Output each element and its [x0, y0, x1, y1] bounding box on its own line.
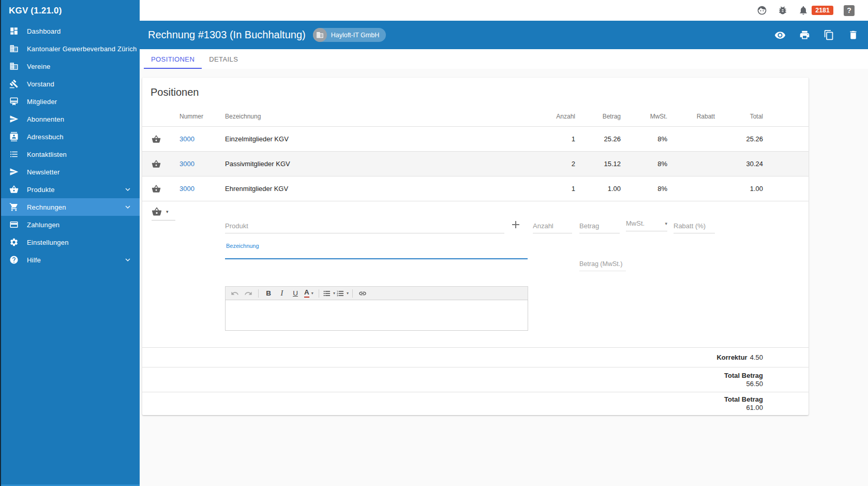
anzahl-input[interactable] — [533, 221, 572, 233]
chevron-down-icon — [123, 202, 132, 212]
undo-icon[interactable] — [229, 288, 241, 299]
print-icon[interactable] — [799, 30, 810, 40]
sidebar-item-zahlungen[interactable]: Zahlungen — [0, 216, 140, 233]
mwst-select[interactable]: MwSt. ▾ — [626, 219, 667, 231]
main-area: 2181 ? Rechnung #1303 (In Buchhaltung) H… — [140, 0, 868, 486]
chevron-down-icon: ▾ — [311, 291, 313, 296]
preview-eye-icon[interactable] — [774, 30, 786, 41]
position-total: 30.24 — [715, 160, 763, 168]
betrag-mwst-input[interactable] — [579, 259, 626, 271]
sidebar-item-label: Kantonaler Gewerbeverband Zürich — [27, 45, 137, 53]
copy-icon[interactable] — [824, 30, 834, 40]
column-header-betrag: Betrag — [575, 113, 621, 126]
contacts-icon — [9, 132, 19, 141]
sidebar: KGV (1.21.0) DashboardKantonaler Gewerbe… — [0, 0, 140, 486]
product-type-select[interactable]: ▾ — [152, 207, 175, 220]
position-bezeichnung: Einzelmitglieder KGV — [223, 135, 521, 143]
sidebar-item-label: Vorstand — [27, 80, 54, 88]
total-value: 4.50 — [750, 354, 763, 362]
position-number-link[interactable]: 3000 — [179, 135, 194, 143]
sidebar-item-kontaktlisten[interactable]: Kontaktlisten — [0, 145, 140, 163]
link-button[interactable] — [356, 288, 369, 299]
position-row: 3000Ehrenmitglieder KGV11.008%1.00 — [142, 176, 809, 201]
basket-icon — [142, 159, 177, 169]
face-icon[interactable] — [757, 5, 767, 16]
card-membership-icon — [9, 97, 19, 106]
bug-report-icon[interactable] — [777, 5, 788, 16]
sidebar-item-label: Dashboard — [27, 27, 61, 35]
italic-button[interactable]: I — [276, 288, 288, 299]
position-number-link[interactable]: 3000 — [177, 185, 223, 193]
new-position-form: ▾ MwSt. ▾ Bezeichnung BIUA▾▾▾ — [142, 201, 809, 348]
sidebar-item-einstellungen[interactable]: Einstellungen — [0, 233, 140, 251]
sidebar-item-label: Abonnenten — [27, 115, 64, 123]
underline-button[interactable]: U — [289, 288, 302, 299]
position-anzahl: 1 — [521, 135, 575, 143]
add-position-button[interactable] — [510, 218, 522, 231]
basket-icon — [142, 135, 177, 144]
invoice-header: Rechnung #1303 (In Buchhaltung) Hayloft-… — [140, 21, 868, 49]
tab-details[interactable]: DETAILS — [202, 49, 245, 69]
editor-textarea[interactable] — [225, 300, 528, 331]
position-number-link[interactable]: 3000 — [179, 160, 194, 168]
position-total: 25.26 — [715, 135, 763, 143]
table-header: NummerBezeichnungAnzahlBetragMwSt.Rabatt… — [142, 99, 809, 127]
font-color-button[interactable]: A▾ — [303, 288, 315, 299]
sidebar-item-hilfe[interactable]: Hilfe — [0, 251, 140, 269]
sidebar-item-vorstand[interactable]: Vorstand — [0, 75, 140, 93]
sidebar-item-mitglieder[interactable]: Mitglieder — [0, 93, 140, 110]
tab-positionen[interactable]: POSITIONEN — [144, 49, 202, 69]
sidebar-item-newsletter[interactable]: Newsletter — [0, 163, 140, 181]
rabatt-input[interactable] — [674, 221, 715, 233]
sidebar-item-kantonaler-gewerbeverband-z-rich[interactable]: Kantonaler Gewerbeverband Zürich — [0, 40, 140, 57]
send-icon — [9, 114, 19, 124]
sidebar-item-dashboard[interactable]: Dashboard — [0, 22, 140, 40]
sidebar-item-label: Vereine — [27, 63, 51, 70]
position-betrag: 25.26 — [575, 135, 621, 143]
sidebar-item-label: Newsletter — [27, 168, 59, 176]
redo-icon[interactable] — [242, 288, 255, 299]
sidebar-item-label: Rechnungen — [27, 203, 66, 211]
position-bezeichnung: Ehrenmitglieder KGV — [223, 185, 521, 193]
help-icon[interactable]: ? — [844, 5, 855, 16]
sidebar-item-adressbuch[interactable]: Adressbuch — [0, 128, 140, 145]
table-body: 3000Einzelmitglieder KGV125.268%25.26300… — [142, 127, 809, 201]
domain-icon — [9, 44, 19, 53]
position-mwst: 8% — [621, 160, 667, 168]
delete-icon[interactable] — [848, 30, 859, 40]
position-betrag: 15.12 — [575, 160, 621, 168]
app-title: KGV (1.21.0) — [0, 0, 140, 22]
chevron-down-icon — [123, 255, 132, 264]
toolbar-separator — [319, 289, 319, 298]
sidebar-item-vereine[interactable]: Vereine — [0, 57, 140, 75]
sidebar-nav: DashboardKantonaler Gewerbeverband Züric… — [0, 22, 140, 269]
rich-text-editor: BIUA▾▾▾ — [225, 286, 528, 333]
position-row: 3000Passivmitglieder KGV215.128%30.24 — [142, 152, 809, 176]
positions-card: Positionen NummerBezeichnungAnzahlBetrag… — [142, 78, 809, 415]
sidebar-item-rechnungen[interactable]: Rechnungen — [0, 198, 140, 216]
chevron-down-icon: ▾ — [347, 291, 349, 296]
building-icon — [313, 28, 327, 42]
dashboard-icon — [9, 26, 19, 36]
position-number-link[interactable]: 3000 — [177, 135, 223, 143]
position-anzahl: 1 — [521, 185, 575, 193]
sidebar-item-label: Zahlungen — [27, 221, 59, 229]
bullet-list-button[interactable]: ▾ — [323, 288, 335, 299]
column-header-icon — [142, 116, 177, 123]
sidebar-item-produkte[interactable]: Produkte — [0, 181, 140, 198]
position-number-link[interactable]: 3000 — [179, 185, 194, 193]
column-header-mwst: MwSt. — [621, 113, 667, 126]
sidebar-item-label: Mitglieder — [27, 98, 57, 106]
bezeichnung-input[interactable] — [225, 247, 528, 259]
sidebar-item-abonnenten[interactable]: Abonnenten — [0, 110, 140, 128]
produkt-input[interactable] — [225, 221, 504, 233]
position-row: 3000Einzelmitglieder KGV125.268%25.26 — [142, 127, 809, 152]
betrag-input[interactable] — [579, 221, 620, 233]
bold-button[interactable]: B — [262, 288, 275, 299]
company-chip[interactable]: Hayloft-IT GmbH — [313, 28, 386, 42]
total-row-total-betrag-1: Total Betrag56.50 — [142, 367, 809, 392]
position-number-link[interactable]: 3000 — [177, 160, 223, 168]
notifications-bell-icon[interactable] — [798, 5, 809, 16]
page-title: Rechnung #1303 (In Buchhaltung) — [148, 29, 306, 41]
numbered-list-button[interactable]: ▾ — [336, 288, 349, 299]
